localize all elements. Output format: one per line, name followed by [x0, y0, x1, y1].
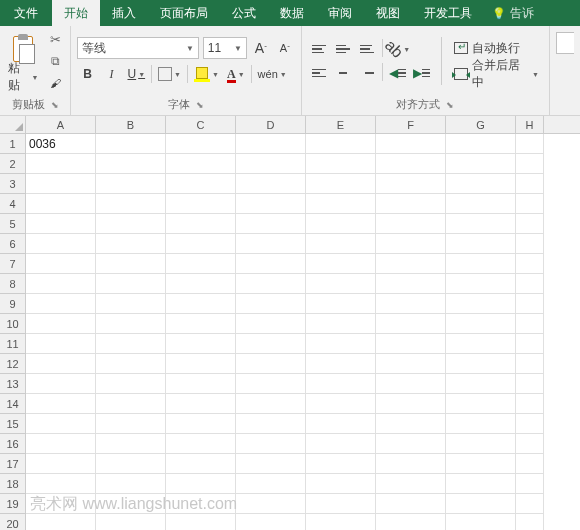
- row-header[interactable]: 3: [0, 174, 26, 194]
- cell[interactable]: [306, 234, 376, 254]
- cell[interactable]: [446, 334, 516, 354]
- border-button[interactable]: ▼: [156, 63, 183, 85]
- font-name-combo[interactable]: 等线▼: [77, 37, 198, 59]
- cell[interactable]: [26, 174, 96, 194]
- row-header[interactable]: 16: [0, 434, 26, 454]
- column-header[interactable]: A: [26, 116, 96, 133]
- cell[interactable]: [236, 274, 306, 294]
- row-header[interactable]: 8: [0, 274, 26, 294]
- row-header[interactable]: 7: [0, 254, 26, 274]
- cell[interactable]: [446, 294, 516, 314]
- spreadsheet-grid[interactable]: ABCDEFGH 1003623456789101112131415161718…: [0, 116, 580, 530]
- paste-button[interactable]: 粘贴▼: [6, 66, 40, 88]
- column-header[interactable]: H: [516, 116, 544, 133]
- cell[interactable]: [446, 354, 516, 374]
- cell[interactable]: [516, 334, 544, 354]
- cell[interactable]: [26, 514, 96, 530]
- cell[interactable]: [376, 154, 446, 174]
- tab-home[interactable]: 开始: [52, 0, 100, 26]
- cell[interactable]: [166, 174, 236, 194]
- cell[interactable]: [306, 154, 376, 174]
- font-color-button[interactable]: A▼: [225, 63, 247, 85]
- cell[interactable]: [376, 274, 446, 294]
- cell[interactable]: [166, 454, 236, 474]
- cell[interactable]: [236, 354, 306, 374]
- cell[interactable]: [96, 514, 166, 530]
- cell[interactable]: [96, 314, 166, 334]
- cell[interactable]: [376, 174, 446, 194]
- cell[interactable]: [306, 174, 376, 194]
- cell[interactable]: [446, 514, 516, 530]
- cell[interactable]: [236, 294, 306, 314]
- cell[interactable]: [96, 394, 166, 414]
- underline-button[interactable]: U▼: [125, 63, 147, 85]
- cell[interactable]: [236, 314, 306, 334]
- cell[interactable]: [306, 374, 376, 394]
- cell[interactable]: [236, 494, 306, 514]
- column-header[interactable]: C: [166, 116, 236, 133]
- cell[interactable]: [376, 234, 446, 254]
- cell[interactable]: [96, 294, 166, 314]
- row-header[interactable]: 12: [0, 354, 26, 374]
- tab-view[interactable]: 视图: [364, 0, 412, 26]
- cell[interactable]: [26, 434, 96, 454]
- cell[interactable]: [306, 334, 376, 354]
- select-all-corner[interactable]: [0, 116, 26, 133]
- cell[interactable]: [516, 454, 544, 474]
- cell[interactable]: [166, 514, 236, 530]
- cell[interactable]: [376, 354, 446, 374]
- decrease-font-button[interactable]: Aˇ: [275, 37, 295, 59]
- row-header[interactable]: 13: [0, 374, 26, 394]
- cell[interactable]: [376, 494, 446, 514]
- cell[interactable]: [26, 214, 96, 234]
- align-right-button[interactable]: [356, 63, 378, 83]
- cell[interactable]: [236, 334, 306, 354]
- cell[interactable]: [26, 274, 96, 294]
- cell[interactable]: [446, 254, 516, 274]
- cell[interactable]: [236, 434, 306, 454]
- cell[interactable]: [26, 154, 96, 174]
- cell[interactable]: [236, 394, 306, 414]
- cell[interactable]: [516, 374, 544, 394]
- cell[interactable]: [516, 514, 544, 530]
- row-header[interactable]: 17: [0, 454, 26, 474]
- cell[interactable]: [166, 254, 236, 274]
- cell[interactable]: [236, 254, 306, 274]
- cell[interactable]: [96, 134, 166, 154]
- cell[interactable]: [236, 374, 306, 394]
- cell[interactable]: [306, 314, 376, 334]
- cell[interactable]: [516, 174, 544, 194]
- cell[interactable]: [96, 174, 166, 194]
- cell[interactable]: [516, 214, 544, 234]
- align-top-button[interactable]: [308, 39, 330, 59]
- cell[interactable]: [516, 254, 544, 274]
- cell[interactable]: [446, 194, 516, 214]
- cell[interactable]: [166, 494, 236, 514]
- row-header[interactable]: 15: [0, 414, 26, 434]
- cell[interactable]: [376, 394, 446, 414]
- cell[interactable]: [516, 434, 544, 454]
- cell[interactable]: [26, 494, 96, 514]
- cell[interactable]: [306, 414, 376, 434]
- cell[interactable]: [26, 314, 96, 334]
- cell[interactable]: [236, 194, 306, 214]
- cell[interactable]: [166, 334, 236, 354]
- font-launcher-icon[interactable]: ⬊: [196, 100, 204, 110]
- cell[interactable]: [516, 294, 544, 314]
- cell[interactable]: [306, 294, 376, 314]
- cell[interactable]: [26, 394, 96, 414]
- cell[interactable]: [516, 134, 544, 154]
- cell[interactable]: [166, 354, 236, 374]
- cell[interactable]: [166, 134, 236, 154]
- cell[interactable]: [376, 314, 446, 334]
- cell[interactable]: [166, 234, 236, 254]
- cell[interactable]: [516, 474, 544, 494]
- clipboard-launcher-icon[interactable]: ⬊: [51, 100, 59, 110]
- cell[interactable]: [166, 394, 236, 414]
- cell[interactable]: [446, 494, 516, 514]
- paste-icon[interactable]: [9, 34, 37, 66]
- row-header[interactable]: 20: [0, 514, 26, 530]
- tab-developer[interactable]: 开发工具: [412, 0, 484, 26]
- column-header[interactable]: E: [306, 116, 376, 133]
- cell[interactable]: [306, 394, 376, 414]
